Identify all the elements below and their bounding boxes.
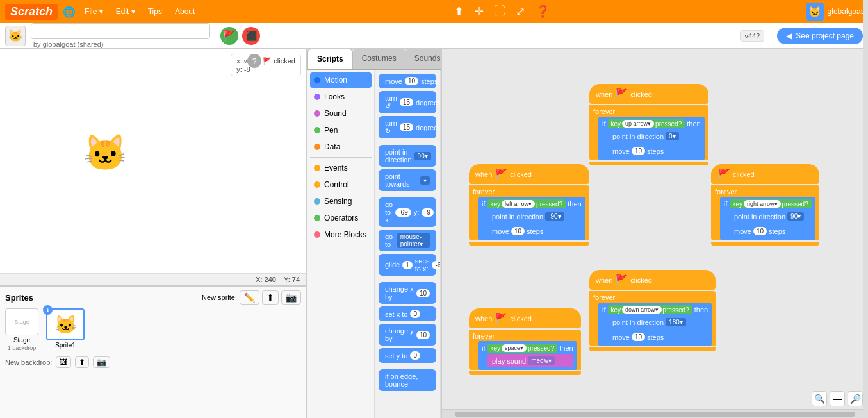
upload-icon[interactable]: ⬆ (454, 4, 464, 19)
block-set-x[interactable]: set x to 0 (379, 306, 436, 321)
category-operators[interactable]: Operators (310, 210, 372, 226)
scrollbar-thumb[interactable] (455, 412, 855, 417)
camera-sprite-button[interactable]: 📷 (281, 290, 301, 305)
info-badge[interactable]: ℹ (43, 305, 53, 315)
tabs: Scripts Costumes Sounds (307, 49, 441, 70)
hat-block-clicked-3[interactable]: 🚩 clicked (711, 164, 819, 184)
username[interactable]: globalgoat (828, 7, 863, 16)
forever-cap-5 (469, 371, 581, 375)
tab-scripts[interactable]: Scripts (307, 49, 353, 69)
category-data[interactable]: Data (310, 139, 372, 155)
new-backdrop-label: New backdrop: (5, 358, 52, 366)
block-set-y[interactable]: set y to 0 (379, 348, 436, 363)
if-block-space[interactable]: if key space▾ pressed? then play sound m… (478, 341, 577, 370)
block-move[interactable]: move 10 steps (379, 74, 436, 88)
hat-block-when-flag-5[interactable]: when 🚩 clicked (469, 308, 581, 328)
category-pen[interactable]: Pen (310, 122, 372, 138)
category-looks[interactable]: Looks (310, 89, 372, 104)
camera-backdrop-button[interactable]: 📷 (93, 356, 110, 368)
category-control[interactable]: Control (310, 177, 372, 192)
zoom-out-button[interactable]: 🔎 (848, 391, 863, 406)
point-direction-180-block[interactable]: point in direction 180▾ (607, 315, 708, 329)
block-list-scrollbar[interactable] (863, 0, 868, 418)
project-author: by globalgoat (shared) (31, 40, 210, 48)
cursor-icon[interactable]: ✛ (474, 4, 484, 19)
stop-button[interactable]: ⬛ (242, 27, 260, 45)
category-more-blocks-label: More Blocks (324, 230, 366, 239)
stage-sub: 1 backdrop (8, 345, 37, 351)
file-menu[interactable]: File ▾ (81, 6, 107, 17)
resize-icon[interactable]: ⤢ (516, 4, 525, 19)
move-10-left-block[interactable]: move 10 steps (487, 224, 582, 238)
move-10-down-block[interactable]: move 10 steps (607, 330, 708, 344)
sprites-list: Stage Stage 1 backdrop ℹ 🐱 Sprite1 (5, 308, 301, 351)
left-panel: 🐱 x: when 🚩 clicked y: -8 ? X: 240 Y: 74… (0, 49, 307, 418)
upload-sprite-button[interactable]: ⬆ (262, 290, 279, 305)
forever-block-1[interactable]: forever if key up arrow▾ pressed? then p… (589, 105, 708, 160)
scratch-logo[interactable]: Scratch (5, 4, 58, 20)
sprites-header: Sprites New sprite: ✏️ ⬆ 📷 (5, 290, 301, 305)
project-thumbnail: 🐱 (5, 26, 26, 46)
globe-icon[interactable]: 🌐 (63, 6, 76, 18)
draw-sprite-button[interactable]: ✏️ (240, 290, 259, 305)
fullscreen-icon[interactable]: ⛶ (494, 4, 505, 19)
forever-block-4[interactable]: forever if key down arrow▾ pressed? then… (589, 291, 716, 346)
stage-thumb: Stage (5, 308, 38, 335)
point-direction-neg90-block[interactable]: point in direction -90▾ (487, 210, 582, 223)
help-icon[interactable]: ❓ (536, 4, 550, 19)
block-turn-right[interactable]: turn ↻ 15 degrees (379, 116, 436, 138)
zoom-in-button[interactable]: 🔍 (812, 391, 827, 406)
green-flag-button[interactable]: 🚩 (220, 27, 238, 45)
move-10-up-block[interactable]: move 10 steps (607, 144, 701, 158)
about-menu[interactable]: About (171, 6, 199, 17)
zoom-reset-button[interactable]: — (830, 391, 845, 406)
point-direction-90-block[interactable]: point in direction 90▾ (729, 210, 812, 223)
draw-backdrop-button[interactable]: 🖼 (56, 356, 71, 368)
block-list: move 10 steps turn ↺ 15 degrees turn ↻ 1… (375, 70, 441, 418)
category-events[interactable]: Events (310, 160, 372, 176)
forever-block-2[interactable]: forever if key left arrow▾ pressed? then… (469, 185, 589, 240)
category-sensing[interactable]: Sensing (310, 194, 372, 209)
category-more-blocks[interactable]: More Blocks (310, 227, 372, 242)
new-backdrop-area: New backdrop: 🖼 ⬆ 📷 (5, 356, 301, 368)
tips-menu[interactable]: Tips (144, 6, 166, 17)
category-motion[interactable]: Motion (310, 72, 372, 88)
help-button[interactable]: ? (247, 54, 261, 68)
forever-block-3[interactable]: forever if key right arrow▾ pressed? poi… (711, 185, 819, 240)
upload-backdrop-button[interactable]: ⬆ (75, 356, 89, 368)
block-goto-pointer[interactable]: go to mouse-pointer▾ (379, 230, 436, 251)
block-point-direction[interactable]: point in direction 90▾ (379, 145, 436, 167)
if-block-right[interactable]: if key right arrow▾ pressed? point in di… (720, 197, 815, 240)
if-block-up[interactable]: if key up arrow▾ pressed? then point in … (598, 117, 705, 160)
stage-item[interactable]: Stage Stage 1 backdrop (5, 308, 38, 351)
hat-block-when-flag[interactable]: when 🚩 clicked (589, 84, 708, 104)
category-sound[interactable]: Sound (310, 106, 372, 121)
block-change-y[interactable]: change y by 10 (379, 324, 436, 346)
hat-block-when-flag-4[interactable]: when 🚩 clicked (589, 270, 716, 290)
category-events-label: Events (324, 163, 348, 172)
block-change-x[interactable]: change x by 10 (379, 282, 436, 304)
block-turn-left[interactable]: turn ↺ 15 degrees (379, 91, 436, 113)
if-block-left[interactable]: if key left arrow▾ pressed? then point i… (478, 197, 585, 240)
project-name-input[interactable]: makey makey cat move (31, 23, 210, 39)
block-goto-xy[interactable]: go to x: -69 y: -9 (379, 197, 436, 227)
if-block-down[interactable]: if key down arrow▾ pressed? then point i… (598, 303, 712, 346)
block-glide[interactable]: glide 1 secs to x: -69 y: -9 (379, 254, 436, 276)
stage-sprite-cat: 🐱 (83, 132, 127, 174)
see-project-button[interactable]: ◀ See project page (777, 28, 863, 44)
script-canvas[interactable]: when 🚩 clicked forever if key up arrow▾ … (442, 49, 868, 418)
horizontal-scrollbar[interactable] (442, 409, 868, 418)
tab-costumes[interactable]: Costumes (353, 49, 405, 69)
script-group-up-arrow: when 🚩 clicked forever if key up arrow▾ … (589, 84, 708, 165)
hat-block-when-flag-2[interactable]: when 🚩 clicked (469, 164, 589, 184)
play-sound-block[interactable]: play sound meow▾ (487, 354, 573, 367)
forever-block-5[interactable]: forever if key space▾ pressed? then play… (469, 330, 581, 370)
move-10-right-block[interactable]: move 10 steps (729, 224, 812, 238)
block-if-on-edge[interactable]: if on edge, bounce (379, 369, 436, 391)
edit-menu[interactable]: Edit ▾ (112, 6, 139, 17)
category-control-label: Control (324, 180, 349, 189)
script-group-down-arrow: when 🚩 clicked forever if key down arrow… (589, 270, 716, 351)
block-point-towards[interactable]: point towards ▾ (379, 169, 436, 191)
point-direction-0-block[interactable]: point in direction 0▾ (607, 130, 701, 143)
sprite-item[interactable]: ℹ 🐱 Sprite1 (46, 308, 85, 349)
